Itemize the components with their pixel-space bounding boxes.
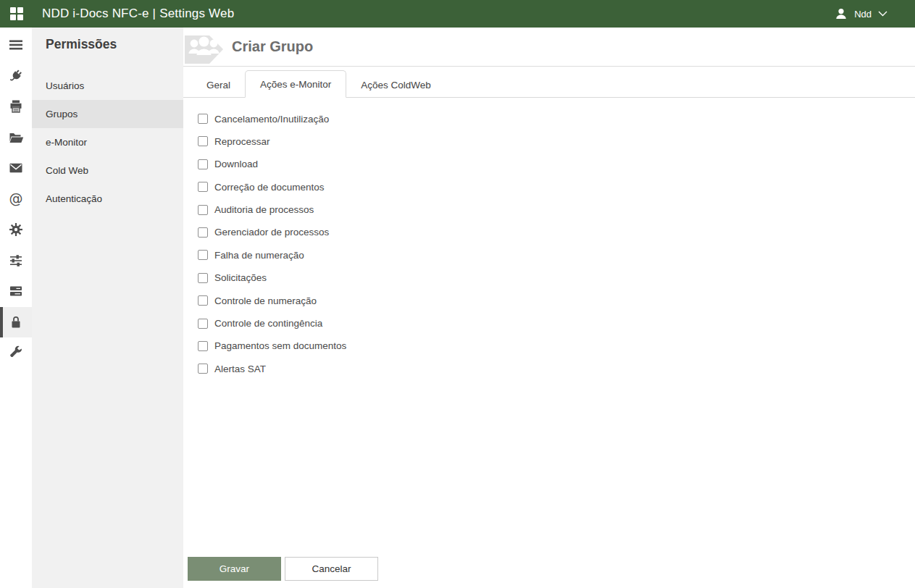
wrench-icon: [9, 345, 23, 360]
rail-item-tools[interactable]: [0, 337, 32, 369]
rail-item-folder[interactable]: [0, 122, 32, 154]
checkbox-row-controle-de-numeracao[interactable]: Controle de numeração: [198, 295, 915, 306]
icon-rail: @: [0, 28, 32, 588]
checkbox[interactable]: [198, 182, 208, 192]
sidebar-item-usuarios[interactable]: Usuários: [32, 72, 183, 100]
checkbox-label: Reprocessar: [214, 136, 270, 147]
sidebar-item-cold-web[interactable]: Cold Web: [32, 156, 183, 185]
server-icon: [9, 284, 23, 298]
checkbox-row-solicitacoes[interactable]: Solicitações: [198, 273, 915, 283]
checkbox[interactable]: [198, 114, 208, 124]
sidebar-item-autenticacao[interactable]: Autenticação: [32, 185, 183, 213]
tab-geral[interactable]: Geral: [192, 73, 245, 97]
rail-item-plug[interactable]: [0, 61, 32, 92]
checkbox-label: Alertas SAT: [214, 364, 266, 374]
checkbox-row-auditoria-de-processos[interactable]: Auditoria de processos: [198, 205, 915, 215]
footer-actions: Gravar Cancelar: [188, 557, 378, 581]
user-name: Ndd: [854, 9, 872, 20]
page-header: Criar Grupo: [183, 28, 915, 67]
rail-item-security[interactable]: [0, 307, 32, 338]
apps-grid-icon: [9, 7, 24, 21]
hamburger-icon: [9, 38, 23, 52]
printer-icon: [9, 99, 23, 114]
lock-icon: [9, 315, 23, 329]
rail-item-server[interactable]: [0, 276, 32, 307]
checkbox[interactable]: [198, 250, 208, 260]
rail-item-settings[interactable]: [0, 214, 32, 245]
checkbox-row-cancelamento-inutilizacao[interactable]: Cancelamento/Inutilização: [198, 114, 915, 124]
tab-acoes-e-monitor[interactable]: Ações e-Monitor: [245, 70, 346, 98]
checkbox-label: Controle de contingência: [214, 318, 322, 329]
checkbox[interactable]: [198, 205, 208, 215]
group-people-icon: [185, 30, 225, 66]
checkbox[interactable]: [198, 341, 208, 351]
page-title: Criar Grupo: [232, 38, 313, 55]
folder-open-icon: [9, 130, 24, 145]
checkbox[interactable]: [198, 295, 208, 306]
svg-text:@: @: [9, 191, 23, 206]
rail-item-mail[interactable]: [0, 153, 32, 184]
checkbox-list: Cancelamento/InutilizaçãoReprocessarDown…: [183, 98, 915, 374]
rail-item-printer[interactable]: [0, 91, 32, 122]
checkbox-row-alertas-sat[interactable]: Alertas SAT: [198, 364, 915, 374]
checkbox-row-gerenciador-de-processos[interactable]: Gerenciador de processos: [198, 227, 915, 238]
main-panel: Criar Grupo GeralAções e-MonitorAções Co…: [183, 28, 915, 588]
sidebar-item-grupos[interactable]: Grupos: [32, 100, 183, 128]
checkbox[interactable]: [198, 136, 208, 146]
checkbox-label: Pagamentos sem documentos: [214, 340, 346, 351]
checkbox[interactable]: [198, 273, 208, 283]
rail-item-at[interactable]: @: [0, 184, 32, 215]
checkbox-label: Correção de documentos: [214, 182, 325, 193]
checkbox-label: Gerenciador de processos: [214, 227, 329, 238]
at-sign-icon: @: [8, 191, 24, 207]
checkbox-label: Cancelamento/Inutilização: [214, 114, 329, 125]
checkbox-row-pagamentos-sem-documentos[interactable]: Pagamentos sem documentos: [198, 341, 915, 351]
checkbox-label: Download: [214, 159, 258, 169]
rail-item-menu[interactable]: [0, 30, 32, 61]
checkbox[interactable]: [198, 227, 208, 238]
tab-acoes-coldweb[interactable]: Ações ColdWeb: [346, 73, 446, 97]
checkbox-label: Controle de numeração: [214, 295, 317, 306]
checkbox-label: Solicitações: [214, 272, 267, 283]
checkbox-row-controle-de-contingencia[interactable]: Controle de contingência: [198, 319, 915, 329]
topbar: NDD i-Docs NFC-e | Settings Web Ndd: [0, 0, 915, 28]
checkbox-row-falha-de-numeracao[interactable]: Falha de numeração: [198, 250, 915, 260]
checkbox[interactable]: [198, 159, 208, 169]
app-title: NDD i-Docs NFC-e | Settings Web: [42, 7, 234, 21]
rail-item-sliders[interactable]: [0, 245, 32, 277]
sidebar-menu: UsuáriosGrupose-MonitorCold WebAutentica…: [32, 72, 183, 213]
checkbox-row-correcao-de-documentos[interactable]: Correção de documentos: [198, 182, 915, 192]
gear-icon: [9, 222, 23, 237]
cancel-button[interactable]: Cancelar: [285, 557, 378, 581]
checkbox[interactable]: [198, 319, 208, 329]
plug-icon: [9, 69, 23, 83]
checkbox-label: Auditoria de processos: [214, 204, 314, 215]
checkbox[interactable]: [198, 364, 208, 374]
sliders-icon: [9, 253, 23, 268]
sidebar-item-e-monitor[interactable]: e-Monitor: [32, 128, 183, 156]
checkbox-row-reprocessar[interactable]: Reprocessar: [198, 136, 915, 146]
person-icon: [835, 7, 848, 20]
checkbox-row-download[interactable]: Download: [198, 159, 915, 169]
chevron-down-icon: [878, 11, 887, 17]
user-menu[interactable]: Ndd: [835, 0, 887, 28]
sidebar-permissions: Permissões UsuáriosGrupose-MonitorCold W…: [32, 28, 183, 588]
save-button[interactable]: Gravar: [188, 557, 281, 581]
checkbox-label: Falha de numeração: [214, 250, 304, 261]
tab-bar: GeralAções e-MonitorAções ColdWeb: [183, 70, 915, 98]
sidebar-title: Permissões: [32, 28, 183, 52]
envelope-icon: [9, 161, 23, 175]
